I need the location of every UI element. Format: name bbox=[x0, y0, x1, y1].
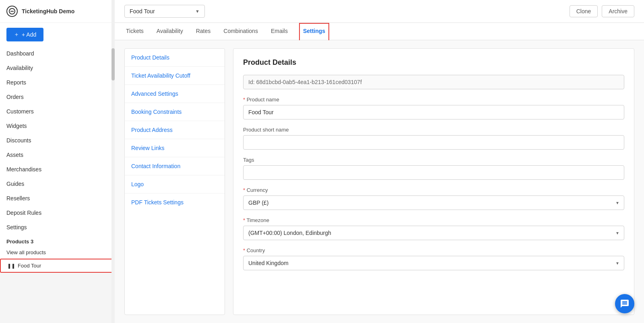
topbar: Food Tour ▼ Clone Archive bbox=[115, 0, 644, 23]
products-section-label: Products 3 bbox=[0, 235, 114, 246]
sidebar-item-settings[interactable]: Settings bbox=[0, 220, 114, 235]
settings-nav-panel: Product Details Ticket Availability Cuto… bbox=[124, 48, 225, 315]
chat-button[interactable] bbox=[615, 294, 634, 313]
sidebar-item-deposit-rules[interactable]: Deposit Rules bbox=[0, 206, 114, 220]
id-field-group bbox=[243, 75, 624, 89]
sidebar-item-merchandises[interactable]: Merchandises bbox=[0, 162, 114, 177]
product-short-name-group: Product short name bbox=[243, 127, 624, 150]
nav-review-links[interactable]: Review Links bbox=[125, 139, 225, 157]
currency-label: * Currency bbox=[243, 187, 624, 193]
tab-bar: Tickets Availability Rates Combinations … bbox=[115, 23, 644, 40]
nav-logo[interactable]: Logo bbox=[125, 175, 225, 193]
sidebar-item-dashboard[interactable]: Dashboard bbox=[0, 46, 114, 61]
content-area: Product Details Ticket Availability Cuto… bbox=[115, 40, 644, 323]
add-button[interactable]: ＋ + Add bbox=[6, 28, 43, 41]
add-label: + Add bbox=[22, 31, 36, 38]
sidebar-item-orders[interactable]: Orders bbox=[0, 90, 114, 104]
sidebar-header: TicketingHub Demo bbox=[0, 0, 114, 23]
sidebar-item-reports[interactable]: Reports bbox=[0, 75, 114, 90]
app-logo bbox=[6, 6, 18, 17]
timezone-select-wrapper: (GMT+00:00) London, Edinburgh (GMT-05:00… bbox=[243, 226, 624, 240]
app-title: TicketingHub Demo bbox=[22, 8, 74, 14]
svg-rect-1 bbox=[10, 11, 14, 12]
nav-advanced-settings[interactable]: Advanced Settings bbox=[125, 85, 225, 103]
sidebar-item-widgets[interactable]: Widgets bbox=[0, 119, 114, 133]
chevron-down-icon: ▼ bbox=[195, 9, 200, 14]
view-all-products[interactable]: View all products bbox=[0, 246, 114, 259]
nav-product-address[interactable]: Product Address bbox=[125, 121, 225, 139]
nav-ticket-availability-cutoff[interactable]: Ticket Availability Cutoff bbox=[125, 67, 225, 85]
timezone-label: * Timezone bbox=[243, 217, 624, 223]
scrollbar-thumb[interactable] bbox=[111, 48, 115, 80]
tags-group: Tags bbox=[243, 157, 624, 180]
country-select-wrapper: United Kingdom United States Canada Aust… bbox=[243, 256, 624, 270]
sidebar-item-assets[interactable]: Assets bbox=[0, 148, 114, 162]
timezone-select[interactable]: (GMT+00:00) London, Edinburgh (GMT-05:00… bbox=[243, 226, 624, 240]
tab-combinations[interactable]: Combinations bbox=[222, 23, 260, 40]
tags-input[interactable] bbox=[243, 165, 624, 180]
sidebar-nav: Dashboard Availability Reports Orders Cu… bbox=[0, 46, 114, 273]
tab-rates[interactable]: Rates bbox=[194, 23, 213, 40]
tags-label: Tags bbox=[243, 157, 624, 163]
product-name-label: * Product name bbox=[243, 97, 624, 103]
sidebar-item-guides[interactable]: Guides bbox=[0, 177, 114, 191]
product-short-name-label: Product short name bbox=[243, 127, 624, 133]
country-select[interactable]: United Kingdom United States Canada Aust… bbox=[243, 256, 624, 270]
product-selector-text: Food Tour bbox=[130, 8, 155, 14]
food-tour-icon: ❚❚ bbox=[7, 263, 15, 269]
currency-select[interactable]: GBP (£) USD ($) EUR (€) bbox=[243, 195, 624, 210]
tab-settings[interactable]: Settings bbox=[299, 23, 329, 40]
nav-product-details[interactable]: Product Details bbox=[125, 49, 225, 67]
nav-contact-information[interactable]: Contact Information bbox=[125, 157, 225, 175]
country-label: * Country bbox=[243, 247, 624, 253]
product-name-input[interactable] bbox=[243, 105, 624, 119]
scrollbar-track[interactable] bbox=[111, 0, 115, 323]
product-short-name-input[interactable] bbox=[243, 135, 624, 150]
product-selector[interactable]: Food Tour ▼ bbox=[124, 5, 205, 18]
currency-select-wrapper: GBP (£) USD ($) EUR (€) bbox=[243, 195, 624, 210]
section-title: Product Details bbox=[243, 58, 624, 67]
sidebar-item-discounts[interactable]: Discounts bbox=[0, 133, 114, 148]
country-group: * Country United Kingdom United States C… bbox=[243, 247, 624, 270]
tab-tickets[interactable]: Tickets bbox=[124, 23, 145, 40]
sidebar-item-food-tour[interactable]: ❚❚ Food Tour bbox=[0, 259, 114, 273]
product-details-panel: Product Details * Product name Product s… bbox=[233, 48, 634, 315]
sidebar-item-availability[interactable]: Availability bbox=[0, 61, 114, 75]
product-name-group: * Product name bbox=[243, 97, 624, 119]
add-icon: ＋ bbox=[14, 31, 19, 38]
topbar-actions: Clone Archive bbox=[570, 5, 634, 17]
tab-emails[interactable]: Emails bbox=[269, 23, 289, 40]
clone-button[interactable]: Clone bbox=[570, 5, 598, 17]
sidebar-item-customers[interactable]: Customers bbox=[0, 104, 114, 119]
food-tour-label: Food Tour bbox=[18, 263, 41, 269]
main-content: Food Tour ▼ Clone Archive Tickets Availa… bbox=[115, 0, 644, 323]
sidebar-item-resellers[interactable]: Resellers bbox=[0, 191, 114, 206]
timezone-group: * Timezone (GMT+00:00) London, Edinburgh… bbox=[243, 217, 624, 240]
archive-button[interactable]: Archive bbox=[602, 5, 634, 17]
tab-availability[interactable]: Availability bbox=[155, 23, 185, 40]
nav-pdf-tickets-settings[interactable]: PDF Tickets Settings bbox=[125, 193, 225, 211]
currency-group: * Currency GBP (£) USD ($) EUR (€) bbox=[243, 187, 624, 210]
nav-booking-constraints[interactable]: Booking Constraints bbox=[125, 103, 225, 121]
id-field[interactable] bbox=[243, 75, 624, 89]
